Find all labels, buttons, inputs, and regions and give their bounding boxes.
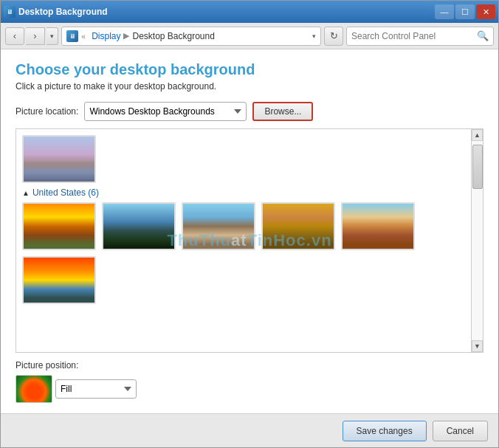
breadcrumb-dropdown[interactable]: ▾ [312,32,316,40]
scroll-track [472,141,483,340]
thumbnail-sunset2[interactable] [22,256,96,304]
picture-location-label: Picture location: [16,106,78,117]
nav-buttons: ‹ › ▾ [5,27,58,45]
search-icon[interactable]: 🔍 [477,30,489,41]
title-bar-text: Desktop Background [18,7,108,17]
thumbnail-arch[interactable] [341,202,415,250]
search-input[interactable] [351,31,477,41]
section-header-us[interactable]: ▲ United States (6) [22,187,465,198]
picture-position-section: Picture position: Fill Fit Stretch Tile … [16,353,483,406]
page-title: Choose your desktop background [16,61,483,78]
main-window: 🖥 Desktop Background — ☐ ✕ ‹ › ▾ 🖥 « Dis… [0,0,499,448]
refresh-button[interactable]: ↻ [324,27,343,46]
picture-area: ThuThuatTinHoc.vn ▲ United States (6) [16,128,483,353]
minimize-button[interactable]: — [435,4,454,19]
picture-position-label: Picture position: [16,360,483,371]
section-title: United States (6) [32,187,99,198]
scroll-thumb[interactable] [472,145,483,189]
thumbnail-field[interactable] [261,202,335,250]
breadcrumb-separator-1: « [81,32,86,41]
position-select[interactable]: Fill Fit Stretch Tile Center [55,379,137,399]
forward-button[interactable]: › [26,27,45,45]
control-panel-icon: 🖥 [66,30,78,42]
title-bar-left: 🖥 Desktop Background [4,6,108,18]
footer: Save changes Cancel [1,413,498,447]
position-preview-thumb [16,375,52,403]
picture-location-row: Picture location: Windows Desktop Backgr… [16,102,483,121]
image-grid [22,202,465,250]
bottom-image-row [22,256,465,304]
back-button[interactable]: ‹ [5,27,24,45]
page-title-part1: Choose your [16,61,110,77]
thumbnail-lighthouse[interactable] [102,202,176,250]
thumbnail-rock[interactable] [182,202,255,250]
top-image-row [22,135,465,183]
browse-button[interactable]: Browse... [252,102,313,121]
page-title-highlight: desktop background [110,61,255,77]
search-bar: 🔍 [346,27,494,46]
nav-dropdown[interactable]: ▾ [47,27,58,45]
title-bar: 🖥 Desktop Background — ☐ ✕ [1,1,498,23]
location-select[interactable]: Windows Desktop Backgrounds Pictures Lib… [84,102,247,121]
close-button[interactable]: ✕ [476,4,495,19]
thumbnail-lavender[interactable] [22,135,96,183]
position-select-row: Fill Fit Stretch Tile Center [16,375,483,403]
maximize-button[interactable]: ☐ [455,4,475,19]
page-subtitle: Click a picture to make it your desktop … [16,81,483,92]
section-arrow: ▲ [22,189,30,197]
main-content: Choose your desktop background Click a p… [1,49,498,413]
breadcrumb-arrow: ▶ [123,31,129,41]
window-icon: 🖥 [4,6,16,18]
scroll-down-arrow[interactable]: ▼ [472,340,483,352]
scroll-up-arrow[interactable]: ▲ [472,129,483,141]
breadcrumb-display-link[interactable]: Display [92,31,120,41]
scrollbar: ▲ ▼ [471,129,483,352]
title-bar-buttons: — ☐ ✕ [435,4,495,19]
breadcrumb-bar: 🖥 « Display ▶ Desktop Background ▾ [61,27,321,46]
save-changes-button[interactable]: Save changes [343,421,427,441]
picture-scroll-content[interactable]: ThuThuatTinHoc.vn ▲ United States (6) [16,129,471,352]
cancel-button[interactable]: Cancel [433,421,488,441]
breadcrumb-current: Desktop Background [132,31,214,41]
thumbnail-sunset[interactable] [22,202,96,250]
address-bar: ‹ › ▾ 🖥 « Display ▶ Desktop Background ▾… [1,23,498,49]
